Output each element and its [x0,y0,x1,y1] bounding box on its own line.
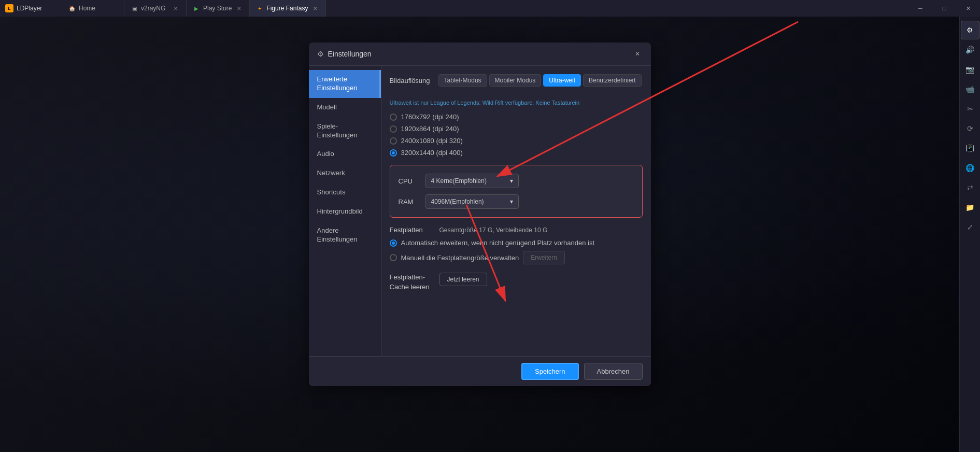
ram-dropdown-icon: ▾ [510,198,513,205]
app-logo-icon: L [5,4,13,12]
radio-option-2400[interactable]: 2400x1080 (dpi 320) [390,137,643,145]
res-tab-ultra[interactable]: Ultra-weit [543,74,581,87]
nav-item-andere[interactable]: Andere Einstellungen [309,221,381,249]
nav-item-shortcuts[interactable]: Shortcuts [309,183,381,202]
right-sidebar: ⚙ 🔊 📷 📹 ✂ ⟳ 📳 🌐 ⇄ 📁 ⤢ [959,17,980,452]
resolution-tabs: Tablet-Modus Mobiler Modus Ultra-weit Be… [438,74,642,87]
disk-option-manual[interactable]: Manuell die Festplattengröße verwalten E… [390,251,643,264]
sidebar-rotate-icon[interactable]: ⟳ [961,119,979,138]
dialog-footer: Speichern Abbrechen [309,356,651,386]
dialog-close-button[interactable]: ✕ [632,49,643,59]
expand-button: Erweitern [523,251,565,264]
res-tab-custom[interactable]: Benutzerdefiniert [583,74,642,87]
maximize-button[interactable]: □ [932,0,956,17]
nav-item-netzwerk[interactable]: Netzwerk [309,164,381,183]
res-tab-tablet[interactable]: Tablet-Modus [438,74,487,87]
disk-option-auto[interactable]: Automatisch erweitern, wenn nicht genüge… [390,239,643,247]
home-icon: 🏠 [68,5,76,12]
dialog-body: Erweiterte Einstellungen Modell Spiele-E… [309,66,651,356]
sidebar-globe-icon[interactable]: 🌐 [961,159,979,177]
app-name: LDPlayer [17,5,42,12]
sidebar-settings-icon[interactable]: ⚙ [961,21,979,39]
radio-option-1920[interactable]: 1920x864 (dpi 240) [390,125,643,133]
sidebar-sync-icon[interactable]: ⇄ [961,178,979,197]
disk-options: Automatisch erweitern, wenn nicht genüge… [390,239,643,264]
disk-section: Festplatten Gesamtgröße 17 G, Verbleiben… [390,226,643,264]
disk-radio-auto [390,239,397,247]
nav-item-audio[interactable]: Audio [309,145,381,164]
disk-info: Gesamtgröße 17 G, Verbleibende 10 G [439,227,548,234]
radio-circle-2400 [390,137,397,145]
resolution-section-header: Bildauflösung Tablet-Modus Mobiler Modus… [390,74,643,93]
tab-v2rayng-close[interactable]: ✕ [172,4,180,12]
cache-label: Festplatten-Cache leeren [390,273,431,291]
ram-label: RAM [399,198,419,206]
clear-cache-button[interactable]: Jetzt leeren [439,273,487,286]
cache-section: Festplatten-Cache leeren Jetzt leeren [390,273,643,291]
resolution-radio-group: 1760x792 (dpi 240) 1920x864 (dpi 240) 24… [390,113,643,157]
info-text: Ultraweit ist nur League of Legends: Wil… [390,99,643,107]
dialog-title-bar: ⚙ Einstellungen ✕ [309,43,651,66]
sidebar-screenshot-icon[interactable]: 📷 [961,60,979,79]
tab-playstore-label: Play Store [203,5,232,12]
radio-circle-3200 [390,149,397,157]
cancel-button[interactable]: Abbrechen [584,363,643,380]
disk-radio-manual [390,254,397,261]
nav-item-erweiterte[interactable]: Erweiterte Einstellungen [309,70,381,98]
cpu-label: CPU [399,177,419,185]
sidebar-scissors-icon[interactable]: ✂ [961,100,979,118]
tab-v2rayng[interactable]: ▣ v2rayNG ✕ [124,0,187,17]
radio-circle-1760 [390,114,397,121]
figurefantasy-icon: ✦ [256,5,263,12]
save-button[interactable]: Speichern [521,363,579,380]
settings-dialog: ⚙ Einstellungen ✕ Erweiterte Einstellung… [309,43,651,386]
app-logo: L LDPlayer [0,4,62,12]
tab-figurefantasy-close[interactable]: ✕ [311,4,319,12]
tab-figurefantasy-label: Figure Fantasy [266,5,308,12]
sidebar-shake-icon[interactable]: 📳 [961,139,979,158]
tab-home-label: Home [79,5,95,12]
cpu-row: CPU 4 Kerne(Empfohlen) ▾ [399,174,634,188]
nav-item-hintergrund[interactable]: Hintergrundbild [309,202,381,221]
ram-select[interactable]: 4096M(Empfohlen) ▾ [425,194,519,209]
resolution-label: Bildauflösung [390,77,430,84]
ram-row: RAM 4096M(Empfohlen) ▾ [399,194,634,209]
disk-label: Festplatten [390,226,431,234]
playstore-icon: ▶ [193,5,200,12]
tab-playstore[interactable]: ▶ Play Store ✕ [187,0,250,17]
sidebar-folder-icon[interactable]: 📁 [961,198,979,217]
dialog-gear-icon: ⚙ [317,50,324,58]
radio-circle-1920 [390,125,397,133]
nav-item-spiele[interactable]: Spiele-Einstellungen [309,117,381,145]
dialog-overlay: ⚙ Einstellungen ✕ Erweiterte Einstellung… [0,17,959,452]
v2rayng-icon: ▣ [131,5,138,12]
tab-playstore-close[interactable]: ✕ [235,4,243,12]
cpu-select[interactable]: 4 Kerne(Empfohlen) ▾ [425,174,519,188]
sidebar-video-icon[interactable]: 📹 [961,80,979,98]
disk-header: Festplatten Gesamtgröße 17 G, Verbleiben… [390,226,643,234]
radio-option-3200[interactable]: 3200x1440 (dpi 400) [390,149,643,157]
tab-home[interactable]: 🏠 Home [62,0,124,17]
minimize-button[interactable]: ─ [908,0,932,17]
tab-bar: 🏠 Home ▣ v2rayNG ✕ ▶ Play Store ✕ ✦ Figu… [62,0,908,17]
close-window-button[interactable]: ✕ [956,0,980,17]
radio-option-1760[interactable]: 1760x792 (dpi 240) [390,113,643,121]
sidebar-resize-icon[interactable]: ⤢ [961,218,979,236]
cpu-dropdown-icon: ▾ [510,177,513,185]
res-tab-mobil[interactable]: Mobiler Modus [489,74,542,87]
tab-figurefantasy[interactable]: ✦ Figure Fantasy ✕ [250,0,326,17]
window-controls: ─ □ ✕ [908,0,980,17]
hardware-box: CPU 4 Kerne(Empfohlen) ▾ RAM 4096M(Empfo… [390,165,643,218]
nav-item-modell[interactable]: Modell [309,98,381,117]
dialog-nav: Erweiterte Einstellungen Modell Spiele-E… [309,66,381,356]
title-bar: L LDPlayer 🏠 Home ▣ v2rayNG ✕ ▶ Play Sto… [0,0,980,17]
dialog-title: Einstellungen [328,50,372,58]
dialog-content: Bildauflösung Tablet-Modus Mobiler Modus… [381,66,651,356]
sidebar-volume-icon[interactable]: 🔊 [961,40,979,59]
tab-v2rayng-label: v2rayNG [141,5,165,12]
